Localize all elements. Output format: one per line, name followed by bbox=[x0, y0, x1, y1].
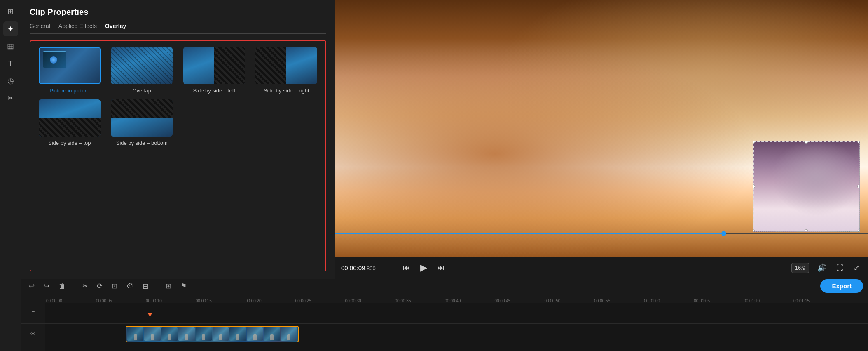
overlay-label-pip: Picture in picture bbox=[49, 87, 89, 94]
pip-thumbnail-bg bbox=[40, 48, 100, 83]
preview-canvas bbox=[335, 0, 868, 257]
overlap-thumbnail-bg bbox=[111, 47, 173, 84]
video-clip-main[interactable] bbox=[126, 326, 299, 342]
external-button[interactable]: ⤢ bbox=[852, 261, 861, 274]
track-label-link: 🔗 bbox=[21, 344, 45, 351]
timestamp-ms: .800 bbox=[365, 265, 375, 271]
clip-frame-8 bbox=[247, 327, 263, 341]
forward-button[interactable]: ⏭ bbox=[435, 262, 446, 274]
pip-handle-tm[interactable] bbox=[804, 141, 808, 144]
pip-overlay-video[interactable] bbox=[753, 141, 860, 232]
track-2-video bbox=[45, 324, 868, 344]
overlay-grid-row2: Side by side – top Side by side – bottom bbox=[36, 99, 320, 146]
sidebar-icon-star[interactable]: ✦ bbox=[3, 21, 18, 36]
fullscreen-button[interactable]: ⛶ bbox=[835, 262, 845, 274]
undo-button[interactable]: ↩ bbox=[26, 280, 37, 292]
tracks-content bbox=[45, 303, 868, 351]
pip-handle-tl[interactable] bbox=[753, 141, 755, 144]
overlay-label-sbs-top: Side by side – top bbox=[48, 140, 91, 146]
delete-button[interactable]: 🗑 bbox=[56, 280, 68, 292]
preview-area: 00:00:09.800 ⏮ ▶ ⏭ 16:9 🔊 ⛶ ⤢ bbox=[335, 0, 868, 279]
clip-frame-1 bbox=[127, 327, 143, 341]
sbs-left-thumbnail-bg bbox=[183, 47, 245, 84]
progress-bar[interactable] bbox=[335, 233, 868, 234]
toolbar-separator-2 bbox=[157, 282, 157, 290]
sidebar-icon-text[interactable]: T bbox=[3, 56, 18, 71]
main-area: Clip Properties General Applied Effects … bbox=[21, 0, 868, 351]
track-label-eye: 👁 bbox=[21, 324, 45, 344]
tab-applied-effects[interactable]: Applied Effects bbox=[58, 23, 97, 33]
timeline: ↩ ↪ 🗑 ✂ ⟳ ⊡ ⏱ ⊟ ⊞ ⚑ Export 00:00:00 00:0… bbox=[21, 279, 868, 351]
sidebar: ⊞ ✦ ▦ T ◷ ✂ bbox=[0, 0, 21, 351]
timeline-tracks: T 👁 🔗 bbox=[21, 303, 868, 351]
track-3 bbox=[45, 344, 868, 351]
timer-button[interactable]: ⏱ bbox=[124, 280, 136, 292]
sidebar-icon-clock[interactable]: ◷ bbox=[3, 73, 18, 88]
clip-frame-3 bbox=[161, 327, 178, 341]
overlay-item-sbs-top[interactable]: Side by side – top bbox=[36, 99, 103, 146]
ruler-mark-11: 00:00:55 bbox=[594, 299, 644, 303]
sidebar-icon-grid[interactable]: ▦ bbox=[3, 39, 18, 54]
overlay-item-sbs-left[interactable]: Side by side – left bbox=[181, 47, 248, 94]
timeline-toolbar: ↩ ↪ 🗑 ✂ ⟳ ⊡ ⏱ ⊟ ⊞ ⚑ Export bbox=[21, 279, 868, 293]
overlay-thumb-sbs-bottom bbox=[111, 99, 173, 137]
export-button[interactable]: Export bbox=[820, 279, 863, 293]
aspect-ratio-selector[interactable]: 16:9 bbox=[791, 263, 809, 273]
crop-button[interactable]: ⊡ bbox=[109, 280, 120, 292]
track-icon-eye: 👁 bbox=[30, 331, 36, 337]
pip-handle-lm[interactable] bbox=[753, 184, 755, 188]
time-display: 00:00:09.800 bbox=[341, 264, 395, 271]
ruler-mark-0: 00:00:00 bbox=[46, 299, 96, 303]
tab-general[interactable]: General bbox=[30, 23, 50, 33]
pip-handle-br[interactable] bbox=[857, 229, 860, 232]
timeline-ruler: 00:00:00 00:00:05 00:00:10 00:00:15 00:0… bbox=[21, 293, 868, 303]
overlay-item-overlap[interactable]: Overlap bbox=[109, 47, 175, 94]
caption-button[interactable]: ⊞ bbox=[163, 280, 174, 292]
overlay-options-container: Picture in picture Overlap bbox=[30, 40, 326, 271]
pip-handle-tr[interactable] bbox=[857, 141, 860, 144]
overlay-thumb-overlap bbox=[111, 47, 173, 84]
sbs-right-thumbnail-bg bbox=[255, 47, 317, 84]
clip-frame-7 bbox=[229, 327, 246, 341]
cut-button[interactable]: ✂ bbox=[80, 280, 90, 292]
playhead-triangle bbox=[147, 313, 152, 316]
flag-button[interactable]: ⚑ bbox=[178, 280, 189, 292]
clip-frame-4 bbox=[178, 327, 194, 341]
pip-handle-bl[interactable] bbox=[753, 229, 755, 232]
overlay-thumb-sbs-right bbox=[255, 47, 317, 84]
sbs-bottom-thumbnail-bg bbox=[111, 99, 173, 137]
redo-button[interactable]: ↪ bbox=[41, 280, 52, 292]
adjust-button[interactable]: ⊟ bbox=[140, 280, 151, 292]
panel-title: Clip Properties bbox=[30, 7, 326, 17]
pip-handle-bm[interactable] bbox=[804, 229, 808, 232]
toolbar-separator-1 bbox=[74, 282, 74, 290]
clip-frames bbox=[126, 327, 298, 342]
play-button[interactable]: ▶ bbox=[419, 261, 429, 275]
overlay-item-sbs-bottom[interactable]: Side by side – bottom bbox=[109, 99, 175, 146]
overlay-thumb-sbs-left bbox=[183, 47, 245, 84]
tab-overlay[interactable]: Overlay bbox=[105, 23, 126, 33]
ruler-mark-9: 00:00:45 bbox=[494, 299, 544, 303]
sidebar-icon-tools[interactable]: ✂ bbox=[3, 91, 18, 106]
playhead[interactable] bbox=[150, 303, 150, 351]
overlay-item-pip[interactable]: Picture in picture bbox=[36, 47, 103, 94]
tabs: General Applied Effects Overlay bbox=[30, 23, 326, 34]
track-labels: T 👁 🔗 bbox=[21, 303, 45, 351]
volume-button[interactable]: 🔊 bbox=[816, 261, 828, 274]
preview-controls: 00:00:09.800 ⏮ ▶ ⏭ 16:9 🔊 ⛶ ⤢ bbox=[335, 257, 868, 279]
ruler-mark-13: 00:01:05 bbox=[694, 299, 744, 303]
sidebar-icon-home[interactable]: ⊞ bbox=[3, 4, 18, 19]
overlay-label-sbs-right: Side by side – right bbox=[264, 87, 309, 94]
clip-frame-9 bbox=[264, 327, 280, 341]
ruler-mark-6: 00:00:30 bbox=[345, 299, 395, 303]
clip-frame-6 bbox=[213, 327, 229, 341]
ruler-mark-14: 00:01:10 bbox=[744, 299, 793, 303]
overlay-item-sbs-right[interactable]: Side by side – right bbox=[253, 47, 320, 94]
preview-background bbox=[335, 0, 868, 257]
overlay-label-overlap: Overlap bbox=[132, 87, 151, 94]
pip-handle-rm[interactable] bbox=[857, 184, 860, 188]
clip-frame-5 bbox=[196, 327, 212, 341]
track-label-t: T bbox=[21, 303, 45, 324]
rewind-button[interactable]: ⏮ bbox=[401, 262, 412, 274]
repeat-button[interactable]: ⟳ bbox=[94, 280, 105, 292]
